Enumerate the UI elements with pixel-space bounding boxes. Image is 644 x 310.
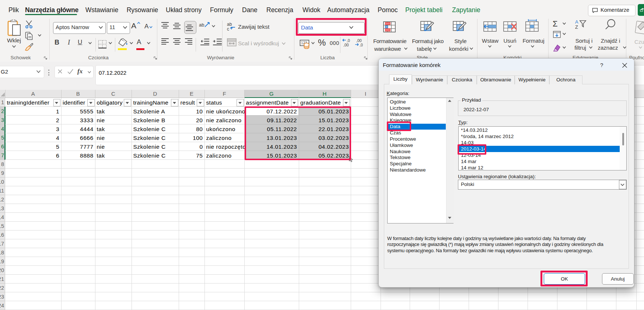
- svg-text:,0: ,0: [360, 43, 363, 47]
- svg-text:,00: ,00: [343, 43, 349, 47]
- svg-text:,00: ,00: [356, 39, 362, 43]
- svg-text:,0: ,0: [347, 39, 350, 43]
- svg-text:ab: ab: [227, 22, 232, 27]
- svg-text:A: A: [575, 19, 578, 25]
- svg-text:Z: Z: [575, 24, 578, 29]
- svg-text:c: c: [227, 27, 229, 31]
